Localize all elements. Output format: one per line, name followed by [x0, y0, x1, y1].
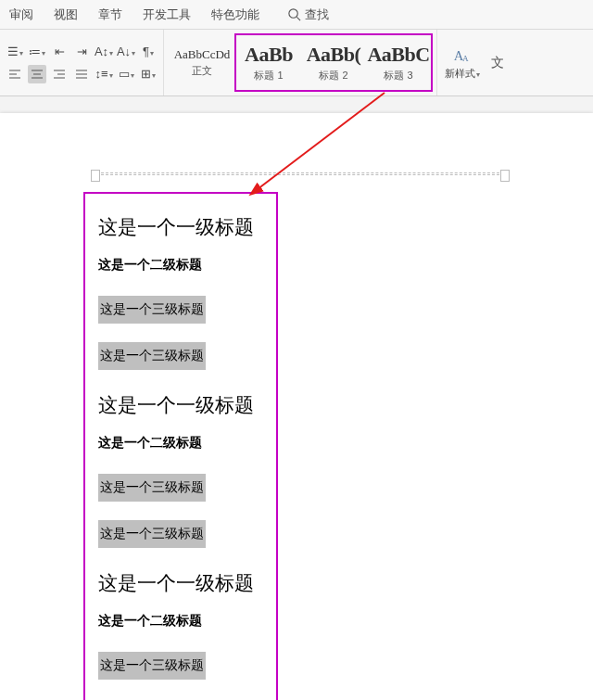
line-spacing-button[interactable]: ↕≡	[95, 65, 113, 83]
style-normal-label: 正文	[192, 64, 212, 78]
tab-view[interactable]: 视图	[54, 6, 78, 23]
tab-review[interactable]: 审阅	[9, 6, 33, 23]
style-h1-preview: AaBb	[245, 43, 293, 67]
style-heading2[interactable]: AaBb( 标题 2	[301, 35, 366, 90]
align-justify-button[interactable]	[72, 65, 91, 83]
heading1-text[interactable]: 这是一个一级标题	[98, 392, 265, 418]
paragraph-mark-button[interactable]: ¶	[139, 43, 158, 61]
search-button[interactable]: 查找	[287, 6, 329, 23]
align-justify-icon	[75, 69, 88, 80]
heading1-text[interactable]: 这是一个一级标题	[98, 570, 265, 596]
search-label: 查找	[305, 6, 329, 23]
shading-button[interactable]: ▭	[117, 65, 135, 83]
style-highlight-box: AaBb 标题 1 AaBb( 标题 2 AaBbC 标题 3	[234, 33, 433, 92]
indent-button[interactable]: ⇥	[72, 43, 91, 61]
sort-button[interactable]: A↓	[117, 43, 135, 61]
style-heading1[interactable]: AaBb 标题 1	[236, 35, 301, 90]
svg-line-1	[296, 17, 300, 20]
heading3-text[interactable]: 这是一个三级标题	[98, 652, 206, 680]
new-style-button[interactable]: AA 新样式	[437, 30, 487, 95]
heading2-text[interactable]: 这是一个二级标题	[98, 435, 265, 452]
heading3-text[interactable]: 这是一个三级标题	[98, 520, 206, 548]
bullet-list-button[interactable]: ☰	[6, 43, 24, 61]
style-h1-label: 标题 1	[254, 69, 283, 83]
page-area: 这是一个一级标题 这是一个二级标题 这是一个三级标题 这是一个三级标题 这是一个…	[0, 96, 593, 700]
align-right-button[interactable]	[50, 65, 69, 83]
style-h2-label: 标题 2	[319, 69, 347, 83]
heading2-text[interactable]: 这是一个二级标题	[98, 257, 265, 274]
number-list-button[interactable]: ≔	[28, 43, 46, 61]
style-gallery: AaBbCcDd 正文 AaBb 标题 1 AaBb( 标题 2 AaBbC 标…	[164, 30, 437, 95]
ribbon: ☰ ≔ ⇤ ⇥ A↕ A↓ ¶ ↕≡ ▭ ⊞ AaBbCcDd 正文 AaBb …	[0, 30, 593, 96]
style-heading3[interactable]: AaBbC 标题 3	[366, 35, 431, 90]
tab-chapter[interactable]: 章节	[98, 6, 122, 23]
paragraph-group: ☰ ≔ ⇤ ⇥ A↕ A↓ ¶ ↕≡ ▭ ⊞	[0, 30, 164, 95]
svg-point-0	[289, 9, 297, 18]
new-style-icon: AA	[452, 45, 473, 65]
text-pane-button[interactable]: 文	[487, 30, 508, 95]
heading1-text[interactable]: 这是一个一级标题	[98, 214, 265, 240]
heading3-text[interactable]: 这是一个三级标题	[98, 296, 206, 324]
text-direction-button[interactable]: A↕	[95, 43, 113, 61]
heading3-text[interactable]: 这是一个三级标题	[98, 342, 206, 370]
svg-text:A: A	[462, 54, 469, 63]
search-icon	[287, 7, 301, 21]
menu-tabs: 审阅 视图 章节 开发工具 特色功能 查找	[0, 0, 593, 30]
outdent-button[interactable]: ⇤	[50, 43, 69, 61]
style-normal[interactable]: AaBbCcDd 正文	[170, 33, 234, 92]
align-right-icon	[53, 69, 66, 80]
align-left-icon	[8, 69, 21, 80]
heading2-text[interactable]: 这是一个二级标题	[98, 613, 265, 630]
new-style-label: 新样式	[445, 67, 480, 81]
align-left-button[interactable]	[6, 65, 24, 83]
document-page[interactable]: 这是一个一级标题 这是一个二级标题 这是一个三级标题 这是一个三级标题 这是一个…	[0, 113, 593, 700]
document-content-highlight: 这是一个一级标题 这是一个二级标题 这是一个三级标题 这是一个三级标题 这是一个…	[83, 192, 278, 700]
align-center-icon	[31, 69, 44, 80]
style-h2-preview: AaBb(	[307, 43, 361, 67]
heading3-text[interactable]: 这是一个三级标题	[98, 474, 206, 502]
tab-dev[interactable]: 开发工具	[143, 6, 191, 23]
style-h3-preview: AaBbC	[367, 43, 429, 67]
tab-special[interactable]: 特色功能	[211, 6, 259, 23]
style-h3-label: 标题 3	[384, 69, 412, 83]
horizontal-ruler[interactable]	[96, 172, 504, 175]
borders-button[interactable]: ⊞	[139, 65, 158, 83]
style-normal-preview: AaBbCcDd	[174, 47, 231, 62]
align-center-button[interactable]	[28, 65, 46, 83]
